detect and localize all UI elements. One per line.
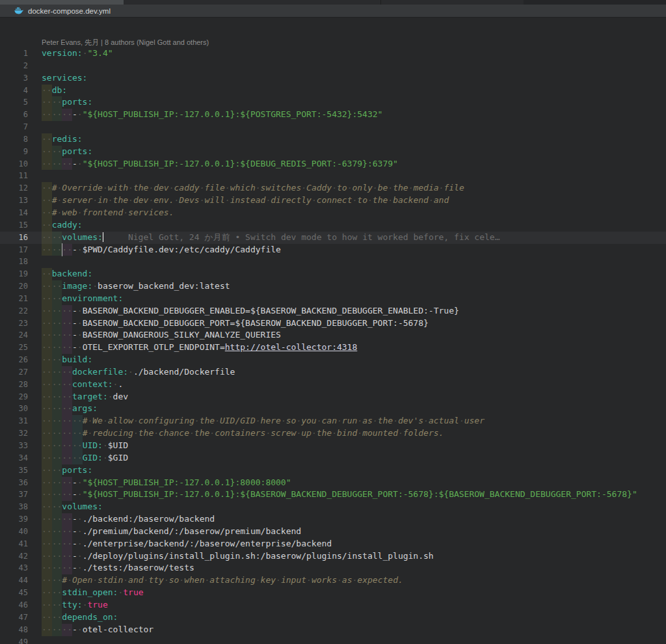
line-number[interactable]: 5 xyxy=(0,96,28,109)
code-line[interactable]: 49 xyxy=(0,636,666,644)
line-number[interactable]: 38 xyxy=(0,501,28,513)
code-line[interactable]: 3services: xyxy=(0,72,666,85)
code-line[interactable]: 5····ports: xyxy=(0,96,666,109)
code-line[interactable]: 37······-·"${HOST_PUBLISH_IP:-127.0.0.1}… xyxy=(0,489,666,501)
code-line[interactable]: 20····image:·baserow_backend_dev:latest xyxy=(0,280,666,293)
line-number[interactable]: 43 xyxy=(0,562,28,574)
code-line[interactable]: 10······-·"${HOST_PUBLISH_IP:-127.0.0.1}… xyxy=(0,158,666,170)
line-number[interactable]: 17 xyxy=(0,244,28,256)
line-number[interactable]: 14 xyxy=(0,207,28,219)
line-number[interactable]: 32 xyxy=(0,427,28,440)
code-line[interactable]: 13··#·server·in·the·dev·env.·Devs·will·i… xyxy=(0,195,666,207)
code-line[interactable]: 45····stdin_open:·true xyxy=(0,587,666,599)
line-number[interactable]: 2 xyxy=(0,60,28,72)
code-line[interactable]: 19··backend: xyxy=(0,268,666,280)
line-number[interactable]: 36 xyxy=(0,477,28,489)
code-line[interactable]: 35····ports: xyxy=(0,464,666,477)
line-number[interactable]: 29 xyxy=(0,391,28,403)
code-line[interactable]: 48······-·otel-collector xyxy=(0,624,666,636)
line-number[interactable]: 19 xyxy=(0,268,28,280)
code-line[interactable]: 44····#·Open·stdin·and·tty·so·when·attac… xyxy=(0,574,666,587)
line-number[interactable]: 35 xyxy=(0,464,28,477)
code-line[interactable]: 46····tty:·true xyxy=(0,599,666,611)
line-number[interactable]: 33 xyxy=(0,440,28,452)
code-line[interactable]: 38····volumes: xyxy=(0,501,666,513)
code-line[interactable]: 4··db: xyxy=(0,85,666,97)
line-number[interactable]: 16 xyxy=(0,232,28,244)
tab-docker-compose-dev-yml[interactable]: docker-compose.dev.yml xyxy=(0,5,111,17)
gitlens-authors-codelens[interactable]: Peter Evans, 先月 | 8 authors (Nigel Gott … xyxy=(42,37,666,47)
line-number[interactable]: 21 xyxy=(0,293,28,305)
line-number[interactable]: 9 xyxy=(0,146,28,158)
line-number[interactable]: 44 xyxy=(0,574,28,587)
line-number[interactable]: 13 xyxy=(0,195,28,207)
line-number[interactable]: 23 xyxy=(0,317,28,330)
code-line[interactable]: 21····environment: xyxy=(0,293,666,305)
line-number[interactable]: 42 xyxy=(0,550,28,563)
code-line[interactable]: 28······context:·. xyxy=(0,379,666,391)
line-number[interactable]: 47 xyxy=(0,611,28,624)
line-number[interactable]: 15 xyxy=(0,219,28,232)
code-line[interactable]: 22······-·BASEROW_BACKEND_DEBUGGER_ENABL… xyxy=(0,305,666,317)
code-line[interactable]: 7 xyxy=(0,121,666,133)
line-number[interactable]: 30 xyxy=(0,403,28,415)
code-line[interactable]: 2 xyxy=(0,60,666,72)
code-line[interactable]: 32········#·reducing·the·chance·the·cont… xyxy=(0,427,666,440)
code-line[interactable]: 17······-·$PWD/Caddyfile.dev:/etc/caddy/… xyxy=(0,244,666,256)
code-line[interactable]: 41······-·./enterprise/backend/:/baserow… xyxy=(0,538,666,550)
code-line[interactable]: 34········GID:·$GID xyxy=(0,452,666,464)
line-number[interactable]: 25 xyxy=(0,342,28,354)
code-area[interactable]: 1version:·"3.4"23services:4··db:5····por… xyxy=(0,47,666,644)
code-line[interactable]: 15··caddy: xyxy=(0,219,666,232)
line-number[interactable]: 6 xyxy=(0,109,28,121)
code-line[interactable]: 1version:·"3.4" xyxy=(0,47,666,60)
code-line[interactable]: 12··#·Override·with·the·dev·caddy·file·w… xyxy=(0,182,666,195)
code-line[interactable]: 26····build: xyxy=(0,354,666,366)
line-number[interactable]: 26 xyxy=(0,354,28,366)
line-number[interactable]: 8 xyxy=(0,133,28,146)
line-number[interactable]: 37 xyxy=(0,489,28,501)
code-line[interactable]: 30······args: xyxy=(0,403,666,415)
line-number[interactable]: 49 xyxy=(0,636,28,644)
line-number[interactable]: 3 xyxy=(0,72,28,85)
line-number[interactable]: 41 xyxy=(0,538,28,550)
code-line[interactable]: 6······-·"${HOST_PUBLISH_IP:-127.0.0.1}:… xyxy=(0,109,666,121)
code-line[interactable]: 27······dockerfile:·./backend/Dockerfile xyxy=(0,366,666,379)
url-link[interactable]: http://otel-collector:4318 xyxy=(225,342,358,352)
line-number[interactable]: 11 xyxy=(0,170,28,182)
code-line[interactable]: 43······-·./tests:/baserow/tests xyxy=(0,562,666,574)
code-line[interactable]: 23······-·BASEROW_BACKEND_DEBUGGER_PORT=… xyxy=(0,317,666,330)
line-number[interactable]: 46 xyxy=(0,599,28,611)
code-line[interactable]: 18 xyxy=(0,256,666,268)
code-line[interactable]: 39······-·./backend:/baserow/backend xyxy=(0,513,666,526)
line-number[interactable]: 18 xyxy=(0,256,28,268)
line-number[interactable]: 1 xyxy=(0,47,28,60)
code-line[interactable]: 33········UID:·$UID xyxy=(0,440,666,452)
code-line[interactable]: 16····volumes:Nigel Gott, 24 か月前 • Switc… xyxy=(0,232,666,244)
code-line[interactable]: 29······target:·dev xyxy=(0,391,666,403)
inline-blame[interactable]: Nigel Gott, 24 か月前 • Switch dev mode to … xyxy=(128,232,500,242)
line-number[interactable]: 22 xyxy=(0,305,28,317)
code-line[interactable]: 47····depends_on: xyxy=(0,611,666,624)
code-line[interactable]: 14··#·web·frontend·services. xyxy=(0,207,666,219)
line-number[interactable]: 27 xyxy=(0,366,28,379)
editor[interactable]: Peter Evans, 先月 | 8 authors (Nigel Gott … xyxy=(0,18,666,644)
line-number[interactable]: 34 xyxy=(0,452,28,464)
line-number[interactable]: 24 xyxy=(0,329,28,342)
line-number[interactable]: 4 xyxy=(0,85,28,97)
code-line[interactable]: 8··redis: xyxy=(0,133,666,146)
line-number[interactable]: 40 xyxy=(0,526,28,538)
code-line[interactable]: 40······-·./premium/backend/:/baserow/pr… xyxy=(0,526,666,538)
line-number[interactable]: 12 xyxy=(0,182,28,195)
line-number[interactable]: 7 xyxy=(0,121,28,133)
line-number[interactable]: 48 xyxy=(0,624,28,636)
line-number[interactable]: 20 xyxy=(0,280,28,293)
code-line[interactable]: 11 xyxy=(0,170,666,182)
line-number[interactable]: 28 xyxy=(0,379,28,391)
line-number[interactable]: 10 xyxy=(0,158,28,170)
code-line[interactable]: 42······-·./deploy/plugins/install_plugi… xyxy=(0,550,666,563)
line-number[interactable]: 45 xyxy=(0,587,28,599)
code-line[interactable]: 36······-·"${HOST_PUBLISH_IP:-127.0.0.1}… xyxy=(0,477,666,489)
line-number[interactable]: 31 xyxy=(0,415,28,427)
code-line[interactable]: 24······-·BASEROW_DANGEROUS_SILKY_ANALYZ… xyxy=(0,329,666,342)
